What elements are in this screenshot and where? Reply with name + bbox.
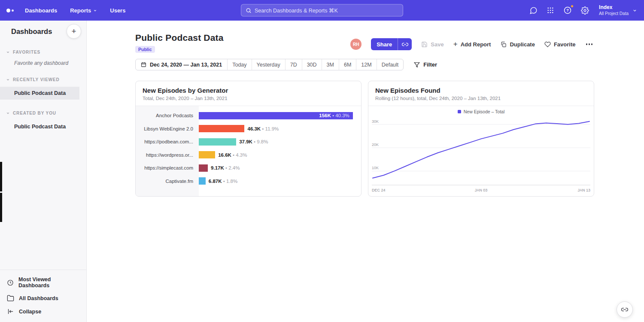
preset-default[interactable]: Default [377,59,404,70]
bar-track: 9.17K • 2.4% [199,164,361,172]
section-favorites[interactable]: FAVORITES [0,50,86,55]
chart-legend: New Episode – Total [372,109,590,114]
global-search[interactable] [241,4,403,17]
bar-chart-subtitle: Total, Dec 24th, 2020 – Jan 13th, 2021 [143,96,354,101]
bar-segment[interactable] [199,138,236,146]
bar-value-label: 46.3K • 11.9% [247,126,279,131]
sidebar-item-public-podcast-data[interactable]: Public Podcast Data [0,87,79,100]
preset-today[interactable]: Today [227,59,251,70]
nav-dashboards[interactable]: Dashboards [25,7,57,14]
main-content: Public Podcast Data Public RH Share Save… [87,21,644,322]
most-viewed-dashboards-button[interactable]: Most Viewed Dashboards [0,273,86,292]
bar-track: 16.6K • 4.3% [199,151,361,158]
section-created-by-you[interactable]: CREATED BY YOU [0,111,86,115]
screen-edge-artifact [0,193,2,222]
link-icon [621,306,628,313]
collapse-sidebar-button[interactable]: Collapse [0,305,86,318]
add-dashboard-button[interactable]: + [67,24,81,39]
all-dashboards-button[interactable]: All Dashboards [0,292,86,305]
sidebar: Dashboards + FAVORITES Favorite any dash… [0,21,87,322]
sidebar-item-public-podcast-data-created[interactable]: Public Podcast Data [0,120,86,133]
top-nav: Dashboards Reports Users [25,7,125,14]
project-selector[interactable]: Index All Project Data [599,4,637,16]
section-recently-viewed[interactable]: RECENTLY VIEWED [0,77,86,82]
x-tick-label: JAN 13 [577,188,590,192]
whats-new-icon[interactable] [529,6,538,15]
bar-segment[interactable] [199,177,206,185]
preset-7d[interactable]: 7D [285,59,302,70]
link-fab[interactable] [617,301,633,318]
nav-reports-label: Reports [70,7,91,14]
line-chart-title: New Episodes Found [375,87,587,94]
copy-icon [500,41,507,48]
save-button[interactable]: Save [421,41,444,48]
date-range-picker[interactable]: Dec 24, 2020 — Jan 13, 2021 [136,59,227,70]
save-icon [421,41,428,48]
visibility-badge: Public [135,46,155,53]
preset-12m[interactable]: 12M [356,59,376,70]
settings-gear-icon[interactable] [580,6,589,15]
copy-link-button[interactable] [398,38,412,50]
project-subtitle: All Project Data [599,11,629,16]
nav-reports[interactable]: Reports [70,7,97,14]
search-input[interactable] [255,7,398,13]
bar-segment[interactable] [199,151,215,158]
bar-value-label: 6.87K • 1.8% [209,179,237,184]
y-tick-label: 30K [372,119,379,124]
bar-chart[interactable]: Anchor Podcasts156K • 40.3%Libsyn WebEng… [136,106,361,196]
nav-users[interactable]: Users [110,7,125,14]
plus-icon: + [453,40,458,48]
bar-row: https://simplecast.com9.17K • 2.4% [136,161,361,175]
preset-yesterday[interactable]: Yesterday [252,59,285,70]
apps-grid-icon[interactable] [546,6,555,15]
legend-label: New Episode – Total [464,109,505,114]
share-button[interactable]: Share [371,38,398,50]
help-icon[interactable]: ? [563,6,572,15]
bar-chart-title: New Episodes by Generator [143,87,354,94]
more-options-button[interactable] [585,41,594,48]
search-icon [246,7,252,13]
chevron-down-icon [93,9,97,12]
y-tick-label: 20K [372,143,379,147]
preset-30d[interactable]: 30D [302,59,322,70]
app-logo[interactable] [6,9,14,12]
bar-chart-card: New Episodes by Generator Total, Dec 24t… [135,81,361,197]
logo-dot [6,9,10,12]
bar-category-label: Libsyn WebEngine 2.0 [136,126,199,131]
bar-segment[interactable]: 156K • 40.3% [199,112,353,119]
bar-value-label: 156K • 40.3% [319,113,349,118]
duplicate-button[interactable]: Duplicate [500,41,535,48]
legend-swatch [458,110,461,113]
folder-icon [7,295,14,302]
all-dashboards-label: All Dashboards [19,295,58,301]
preset-3m[interactable]: 3M [322,59,339,70]
bar-track: 37.9K • 9.8% [199,138,361,146]
add-report-label: Add Report [461,41,491,48]
bar-track: 6.87K • 1.8% [199,177,361,185]
notification-badge [571,5,574,8]
avatar[interactable]: RH [350,39,361,50]
bar-segment[interactable] [199,164,208,172]
chevron-down-icon [6,50,10,54]
bar-track: 156K • 40.3% [199,112,361,119]
chevron-down-icon [6,111,10,115]
x-tick-label: DEC 24 [372,188,386,192]
add-report-button[interactable]: + Add Report [453,41,491,48]
favorite-button[interactable]: Favorite [544,41,576,48]
favorite-label: Favorite [554,41,576,48]
header-actions: RH Share Save + Add Report Duplicate Fav… [350,38,593,50]
filter-button[interactable]: Filter [414,61,437,68]
line-series[interactable] [373,122,589,178]
section-recently-viewed-label: RECENTLY VIEWED [13,77,60,82]
screen-edge-artifact [0,162,2,191]
logo-dot [12,9,14,12]
collapse-icon [7,308,14,315]
bar-row: Captivate.fm6.87K • 1.8% [136,175,361,188]
bar-row: https://podbean.com...37.9K • 9.8% [136,135,361,149]
share-split-button: Share [371,38,412,50]
date-controls: Dec 24, 2020 — Jan 13, 2021 Today Yester… [135,59,437,70]
line-chart[interactable]: 10K20K30KDEC 24JAN 03JAN 13 [372,115,590,195]
sidebar-title: Dashboards [11,24,52,39]
preset-6m[interactable]: 6M [339,59,356,70]
bar-segment[interactable] [199,125,244,132]
